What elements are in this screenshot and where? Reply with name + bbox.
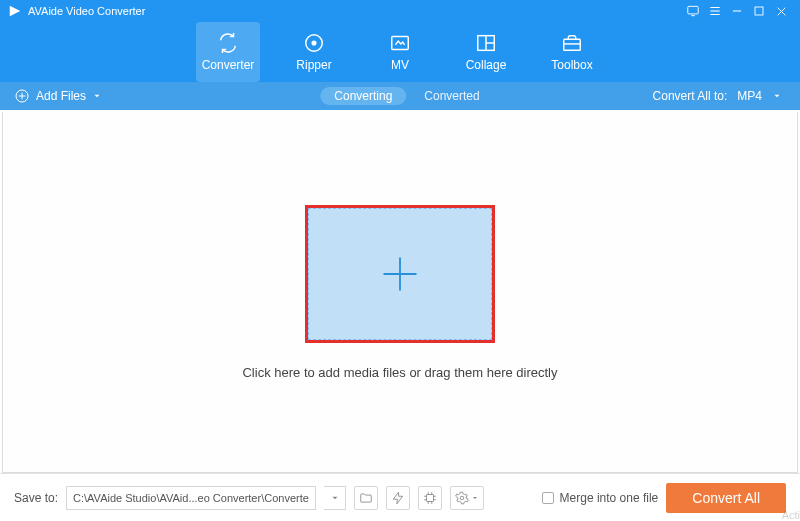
tab-converting[interactable]: Converting xyxy=(320,87,406,105)
output-format-value: MP4 xyxy=(737,89,762,103)
main-area: Click here to add media files or drag th… xyxy=(2,112,798,473)
plus-icon xyxy=(378,252,422,296)
nav-label: Toolbox xyxy=(551,58,592,72)
nav-collage[interactable]: Collage xyxy=(454,22,518,82)
merge-label: Merge into one file xyxy=(560,491,659,505)
svg-point-31 xyxy=(460,496,464,500)
save-to-label: Save to: xyxy=(14,491,58,505)
plus-circle-icon xyxy=(14,88,30,104)
add-files-button[interactable]: Add Files xyxy=(14,88,102,104)
dropzone-highlight xyxy=(305,205,495,343)
output-format-select[interactable]: MP4 xyxy=(737,89,786,103)
title-bar: AVAide Video Converter xyxy=(0,0,800,22)
convert-all-button[interactable]: Convert All xyxy=(666,483,786,513)
sub-bar: Add Files Converting Converted Convert A… xyxy=(0,82,800,110)
app-title: AVAide Video Converter xyxy=(28,5,682,17)
nav-toolbox[interactable]: Toolbox xyxy=(540,22,604,82)
bottom-bar: Save to: Merge into one file Convert All xyxy=(0,473,800,521)
caret-down-icon xyxy=(471,494,479,502)
open-folder-button[interactable] xyxy=(354,486,378,510)
nav-label: Collage xyxy=(466,58,507,72)
settings-button[interactable] xyxy=(450,486,484,510)
close-button[interactable] xyxy=(770,0,792,22)
mv-icon xyxy=(389,32,411,54)
toolbox-icon xyxy=(561,32,583,54)
svg-rect-14 xyxy=(564,39,581,50)
nav-mv[interactable]: MV xyxy=(368,22,432,82)
converter-icon xyxy=(217,32,239,54)
convert-all-to-label: Convert All to: xyxy=(653,89,728,103)
maximize-button[interactable] xyxy=(748,0,770,22)
menu-icon[interactable] xyxy=(704,0,726,22)
gpu-accel-button[interactable] xyxy=(418,486,442,510)
checkbox-icon xyxy=(542,492,554,504)
svg-marker-21 xyxy=(393,492,402,504)
status-tabs: Converting Converted xyxy=(320,87,479,105)
svg-point-9 xyxy=(312,41,316,45)
caret-down-icon xyxy=(330,493,340,503)
chip-icon xyxy=(423,491,437,505)
svg-rect-0 xyxy=(688,6,699,14)
nav-label: MV xyxy=(391,58,409,72)
save-to-path-input[interactable] xyxy=(66,486,316,510)
watermark-text: Acti xyxy=(782,509,800,521)
folder-icon xyxy=(359,491,373,505)
lightning-icon xyxy=(391,491,405,505)
collage-icon xyxy=(475,32,497,54)
ripper-icon xyxy=(303,32,325,54)
add-files-label: Add Files xyxy=(36,89,86,103)
svg-rect-5 xyxy=(755,7,763,15)
merge-into-one-checkbox[interactable]: Merge into one file xyxy=(542,491,659,505)
nav-label: Converter xyxy=(202,58,255,72)
feedback-icon[interactable] xyxy=(682,0,704,22)
nav-label: Ripper xyxy=(296,58,331,72)
speedup-button[interactable] xyxy=(386,486,410,510)
caret-down-icon xyxy=(92,91,102,101)
nav-converter[interactable]: Converter xyxy=(196,22,260,82)
dropzone-hint: Click here to add media files or drag th… xyxy=(242,365,557,380)
minimize-button[interactable] xyxy=(726,0,748,22)
nav-ripper[interactable]: Ripper xyxy=(282,22,346,82)
caret-down-icon xyxy=(772,91,782,101)
app-logo-icon xyxy=(8,4,22,18)
tab-converted[interactable]: Converted xyxy=(424,89,479,103)
convert-all-to: Convert All to: MP4 xyxy=(653,89,786,103)
svg-rect-22 xyxy=(427,494,434,501)
add-media-dropzone[interactable] xyxy=(308,208,492,340)
save-to-dropdown[interactable] xyxy=(324,486,346,510)
main-nav: Converter Ripper MV Collage Toolbox xyxy=(0,22,800,82)
gear-icon xyxy=(455,491,469,505)
